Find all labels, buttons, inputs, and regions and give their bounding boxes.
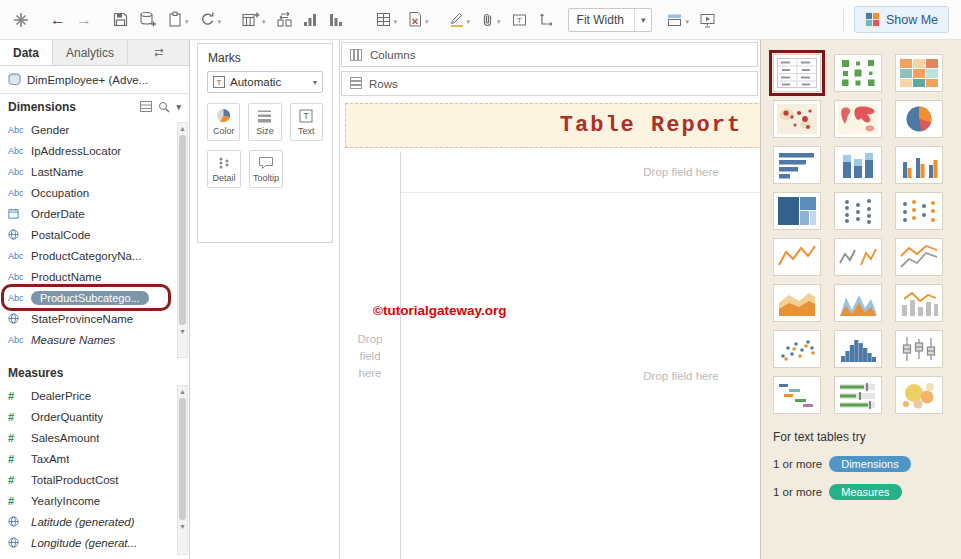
field-productcategoryname[interactable]: Abc ProductCategoryNa... [0,245,176,266]
measures-scrollbar[interactable]: ▲ ▼ [177,385,188,555]
swap-panes-icon[interactable] [153,47,165,58]
tab-analytics[interactable]: Analytics [53,40,128,65]
save-button[interactable] [108,8,133,31]
drop-field-hint: here [358,365,381,382]
sort-descending-button[interactable] [325,8,349,31]
scroll-down-icon[interactable]: ▼ [179,326,186,337]
tooltip-button[interactable]: Tooltip [249,150,283,188]
totals-button[interactable] [371,8,402,31]
paste-button[interactable] [163,8,193,31]
showme-side-by-side-circles[interactable] [895,192,943,230]
field-yearlyincome[interactable]: # YearlyIncome [0,490,176,511]
redo-button[interactable]: → [72,9,96,31]
show-me-button[interactable]: Show Me [854,6,949,33]
field-productsubcategory[interactable]: Abc ProductSubcatego... [0,287,176,308]
showme-side-by-side-bars[interactable] [895,146,943,184]
field-ipaddresslocator[interactable]: Abc IpAddressLocator [0,140,176,161]
clear-sheet-button[interactable] [403,8,433,31]
scrollbar-thumb[interactable] [179,398,186,520]
tab-data[interactable]: Data [0,40,53,65]
showme-dual-combination[interactable] [895,284,943,322]
highlight-button[interactable] [445,8,475,31]
showme-heat-map[interactable] [834,54,882,92]
show-me-panel: For text tables try 1 or more Dimensions… [760,40,961,559]
field-lastname[interactable]: Abc LastName [0,161,176,182]
fit-width-select[interactable]: Fit Width ▾ [568,8,653,32]
showme-stacked-bars[interactable] [834,146,882,184]
number-icon: # [8,411,14,423]
presentation-mode-button[interactable] [695,9,720,31]
swap-rows-columns-button[interactable] [272,8,297,31]
refresh-button[interactable] [195,8,226,31]
mark-type-select[interactable]: T Automatic ▾ [207,71,323,93]
dimensions-scrollbar[interactable]: ▲ ▼ [177,122,188,358]
showme-treemap[interactable] [773,192,821,230]
scroll-up-icon[interactable]: ▲ [179,386,186,397]
field-orderquantity[interactable]: # OrderQuantity [0,406,176,427]
showme-discrete-lines[interactable] [834,238,882,276]
field-totalproductcost[interactable]: # TotalProductCost [0,469,176,490]
showme-pie-chart[interactable] [895,100,943,138]
new-datasource-button[interactable] [135,8,161,31]
field-measure-names[interactable]: Abc Measure Names [0,329,176,350]
field-occupation[interactable]: Abc Occupation [0,182,176,203]
field-orderdate[interactable]: OrderDate [0,203,176,224]
sort-ascending-button[interactable] [299,8,323,31]
show-me-hint-measures: 1 or more Measures [773,484,961,500]
undo-button[interactable]: ← [46,9,70,31]
color-button[interactable]: Color [207,103,240,141]
search-icon[interactable] [158,101,170,113]
detail-button[interactable]: Detail [207,150,241,188]
field-stateprovincename[interactable]: StateProvinceName [0,308,176,329]
showme-circle-views[interactable] [834,192,882,230]
showme-gantt[interactable] [773,376,821,414]
showme-bullet-graph[interactable] [834,376,882,414]
field-taxamt[interactable]: # TaxAmt [0,448,176,469]
abc-icon: Abc [8,293,24,303]
scrollbar-thumb[interactable] [179,135,186,325]
showme-packed-bubbles[interactable] [895,376,943,414]
size-button[interactable]: Size [248,103,281,141]
rows-shelf[interactable]: Rows [341,71,758,96]
row-header-dropzone[interactable]: Drop field here [340,153,400,559]
field-dealerprice[interactable]: # DealerPrice [0,385,176,406]
showme-filled-map[interactable] [834,100,882,138]
field-latitude[interactable]: Latitude (generated) [0,511,176,532]
field-salesamount[interactable]: # SalesAmount [0,427,176,448]
field-label: ProductName [31,271,101,283]
dimensions-list: Abc Gender Abc IpAddressLocator Abc Last… [0,119,189,350]
field-label: Gender [31,124,69,136]
field-gender[interactable]: Abc Gender [0,119,176,140]
showme-continuous-area[interactable] [773,284,821,322]
calendar-icon [8,208,19,219]
showme-box-and-whisker[interactable] [895,330,943,368]
fix-axes-button[interactable] [534,9,558,31]
text-mark-icon: T [213,76,225,88]
showme-histogram[interactable] [834,330,882,368]
show-hide-cards-button[interactable] [662,9,693,31]
showme-horizontal-bars[interactable] [773,146,821,184]
field-longitude[interactable]: Longitude (generat... [0,532,176,553]
showme-text-table[interactable] [773,54,821,92]
columns-shelf[interactable]: Columns [341,42,758,67]
showme-highlight-table[interactable] [895,54,943,92]
showme-dual-lines[interactable] [895,238,943,276]
size-label: Size [256,126,274,136]
show-mark-labels-button[interactable]: T [507,9,532,31]
field-productname[interactable]: Abc ProductName [0,266,176,287]
showme-scatter-plot[interactable] [773,330,821,368]
showme-symbol-map[interactable] [773,100,821,138]
scroll-down-icon[interactable]: ▼ [179,521,186,532]
showme-continuous-lines[interactable] [773,238,821,276]
showme-discrete-area[interactable] [834,284,882,322]
tableau-logo-icon[interactable] [8,8,34,32]
dimensions-menu-caret-icon[interactable]: ▾ [176,102,181,112]
field-label: Occupation [31,187,89,199]
datasource-item[interactable]: DimEmployee+ (Adve... [0,66,189,94]
text-button[interactable]: T Text [290,103,323,141]
view-toggle-icon[interactable] [140,101,152,112]
field-postalcode[interactable]: PostalCode [0,224,176,245]
scroll-up-icon[interactable]: ▲ [179,123,186,134]
group-members-button[interactable] [476,8,505,31]
new-worksheet-button[interactable] [237,8,270,31]
